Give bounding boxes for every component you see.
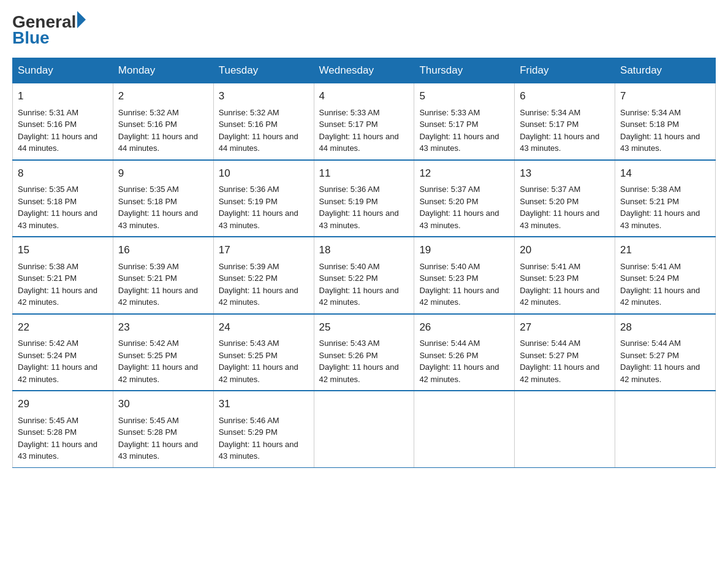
calendar-cell: 27Sunrise: 5:44 AMSunset: 5:27 PMDayligh…: [515, 314, 615, 391]
day-info: Sunrise: 5:44 AMSunset: 5:27 PMDaylight:…: [620, 339, 700, 384]
calendar-cell: 21Sunrise: 5:41 AMSunset: 5:24 PMDayligh…: [615, 237, 716, 314]
day-info: Sunrise: 5:37 AMSunset: 5:20 PMDaylight:…: [520, 185, 599, 230]
day-number: 21: [620, 242, 710, 258]
calendar-cell: 22Sunrise: 5:42 AMSunset: 5:24 PMDayligh…: [13, 314, 113, 391]
calendar-cell: 24Sunrise: 5:43 AMSunset: 5:25 PMDayligh…: [213, 314, 314, 391]
day-info: Sunrise: 5:32 AMSunset: 5:16 PMDaylight:…: [219, 108, 298, 153]
day-number: 30: [118, 396, 208, 412]
day-info: Sunrise: 5:43 AMSunset: 5:25 PMDaylight:…: [219, 339, 298, 384]
calendar-week-row: 29Sunrise: 5:45 AMSunset: 5:28 PMDayligh…: [13, 391, 716, 467]
day-number: 24: [219, 320, 309, 335]
day-number: 1: [18, 88, 108, 104]
day-number: 4: [319, 88, 409, 104]
day-number: 28: [620, 320, 710, 335]
day-number: 22: [18, 320, 108, 335]
day-info: Sunrise: 5:37 AMSunset: 5:20 PMDaylight:…: [419, 185, 499, 230]
day-info: Sunrise: 5:41 AMSunset: 5:24 PMDaylight:…: [620, 262, 700, 307]
calendar-cell: 20Sunrise: 5:41 AMSunset: 5:23 PMDayligh…: [515, 237, 615, 314]
calendar-cell: 5Sunrise: 5:33 AMSunset: 5:17 PMDaylight…: [414, 83, 515, 160]
day-info: Sunrise: 5:36 AMSunset: 5:19 PMDaylight:…: [319, 185, 399, 230]
weekday-header-wednesday: Wednesday: [314, 58, 414, 83]
calendar-week-row: 1Sunrise: 5:31 AMSunset: 5:16 PMDaylight…: [13, 83, 716, 160]
day-number: 29: [18, 396, 108, 412]
calendar-cell: 7Sunrise: 5:34 AMSunset: 5:18 PMDaylight…: [615, 83, 716, 160]
calendar-cell: 25Sunrise: 5:43 AMSunset: 5:26 PMDayligh…: [314, 314, 414, 391]
day-number: 8: [18, 166, 108, 182]
calendar-cell: 23Sunrise: 5:42 AMSunset: 5:25 PMDayligh…: [113, 314, 213, 391]
weekday-header-friday: Friday: [515, 58, 615, 83]
day-number: 7: [620, 88, 710, 104]
day-info: Sunrise: 5:44 AMSunset: 5:27 PMDaylight:…: [520, 339, 599, 384]
calendar-cell: [615, 391, 716, 467]
day-number: 26: [419, 320, 509, 335]
calendar-week-row: 8Sunrise: 5:35 AMSunset: 5:18 PMDaylight…: [13, 160, 716, 237]
day-number: 17: [219, 242, 309, 258]
calendar-cell: 31Sunrise: 5:46 AMSunset: 5:29 PMDayligh…: [213, 391, 314, 467]
calendar-cell: 10Sunrise: 5:36 AMSunset: 5:19 PMDayligh…: [213, 160, 314, 237]
weekday-header-saturday: Saturday: [615, 58, 716, 83]
calendar-header-row: SundayMondayTuesdayWednesdayThursdayFrid…: [13, 58, 716, 83]
day-number: 5: [419, 88, 509, 104]
logo-blue-text: Blue: [12, 29, 86, 47]
day-number: 31: [219, 396, 309, 412]
logo-arrow-icon: [77, 11, 86, 28]
calendar-cell: [414, 391, 515, 467]
calendar-cell: 6Sunrise: 5:34 AMSunset: 5:17 PMDaylight…: [515, 83, 615, 160]
calendar-cell: 4Sunrise: 5:33 AMSunset: 5:17 PMDaylight…: [314, 83, 414, 160]
day-info: Sunrise: 5:39 AMSunset: 5:22 PMDaylight:…: [219, 262, 298, 307]
day-info: Sunrise: 5:36 AMSunset: 5:19 PMDaylight:…: [219, 185, 298, 230]
day-info: Sunrise: 5:46 AMSunset: 5:29 PMDaylight:…: [219, 416, 298, 461]
day-number: 23: [118, 320, 208, 335]
calendar-cell: 18Sunrise: 5:40 AMSunset: 5:22 PMDayligh…: [314, 237, 414, 314]
day-number: 25: [319, 320, 409, 335]
day-info: Sunrise: 5:41 AMSunset: 5:23 PMDaylight:…: [520, 262, 599, 307]
calendar-cell: 1Sunrise: 5:31 AMSunset: 5:16 PMDaylight…: [13, 83, 113, 160]
day-info: Sunrise: 5:40 AMSunset: 5:23 PMDaylight:…: [419, 262, 499, 307]
calendar-week-row: 22Sunrise: 5:42 AMSunset: 5:24 PMDayligh…: [13, 314, 716, 391]
calendar-cell: 11Sunrise: 5:36 AMSunset: 5:19 PMDayligh…: [314, 160, 414, 237]
day-number: 13: [520, 166, 610, 182]
calendar-cell: [515, 391, 615, 467]
calendar-cell: 13Sunrise: 5:37 AMSunset: 5:20 PMDayligh…: [515, 160, 615, 237]
day-number: 6: [520, 88, 610, 104]
calendar-cell: 2Sunrise: 5:32 AMSunset: 5:16 PMDaylight…: [113, 83, 213, 160]
calendar-cell: 17Sunrise: 5:39 AMSunset: 5:22 PMDayligh…: [213, 237, 314, 314]
day-info: Sunrise: 5:35 AMSunset: 5:18 PMDaylight:…: [118, 185, 198, 230]
day-number: 11: [319, 166, 409, 182]
day-info: Sunrise: 5:33 AMSunset: 5:17 PMDaylight:…: [419, 108, 499, 153]
day-info: Sunrise: 5:34 AMSunset: 5:18 PMDaylight:…: [620, 108, 700, 153]
calendar-cell: 16Sunrise: 5:39 AMSunset: 5:21 PMDayligh…: [113, 237, 213, 314]
calendar-cell: 28Sunrise: 5:44 AMSunset: 5:27 PMDayligh…: [615, 314, 716, 391]
calendar-cell: 9Sunrise: 5:35 AMSunset: 5:18 PMDaylight…: [113, 160, 213, 237]
calendar-cell: [314, 391, 414, 467]
weekday-header-monday: Monday: [113, 58, 213, 83]
day-number: 14: [620, 166, 710, 182]
calendar-week-row: 15Sunrise: 5:38 AMSunset: 5:21 PMDayligh…: [13, 237, 716, 314]
calendar-cell: 29Sunrise: 5:45 AMSunset: 5:28 PMDayligh…: [13, 391, 113, 467]
day-number: 2: [118, 88, 208, 104]
day-number: 15: [18, 242, 108, 258]
calendar-cell: 30Sunrise: 5:45 AMSunset: 5:28 PMDayligh…: [113, 391, 213, 467]
day-info: Sunrise: 5:42 AMSunset: 5:24 PMDaylight:…: [18, 339, 97, 384]
page-header: General Blue: [12, 12, 716, 47]
day-info: Sunrise: 5:43 AMSunset: 5:26 PMDaylight:…: [319, 339, 399, 384]
day-info: Sunrise: 5:45 AMSunset: 5:28 PMDaylight:…: [118, 416, 198, 461]
day-info: Sunrise: 5:38 AMSunset: 5:21 PMDaylight:…: [18, 262, 97, 307]
weekday-header-thursday: Thursday: [414, 58, 515, 83]
day-info: Sunrise: 5:33 AMSunset: 5:17 PMDaylight:…: [319, 108, 399, 153]
calendar-cell: 3Sunrise: 5:32 AMSunset: 5:16 PMDaylight…: [213, 83, 314, 160]
day-info: Sunrise: 5:38 AMSunset: 5:21 PMDaylight:…: [620, 185, 700, 230]
day-info: Sunrise: 5:34 AMSunset: 5:17 PMDaylight:…: [520, 108, 599, 153]
calendar-cell: 14Sunrise: 5:38 AMSunset: 5:21 PMDayligh…: [615, 160, 716, 237]
day-number: 19: [419, 242, 509, 258]
calendar-cell: 26Sunrise: 5:44 AMSunset: 5:26 PMDayligh…: [414, 314, 515, 391]
calendar-cell: 19Sunrise: 5:40 AMSunset: 5:23 PMDayligh…: [414, 237, 515, 314]
day-info: Sunrise: 5:32 AMSunset: 5:16 PMDaylight:…: [118, 108, 198, 153]
day-info: Sunrise: 5:42 AMSunset: 5:25 PMDaylight:…: [118, 339, 198, 384]
calendar-table: SundayMondayTuesdayWednesdayThursdayFrid…: [12, 58, 716, 468]
day-number: 3: [219, 88, 309, 104]
day-info: Sunrise: 5:44 AMSunset: 5:26 PMDaylight:…: [419, 339, 499, 384]
day-number: 18: [319, 242, 409, 258]
day-info: Sunrise: 5:39 AMSunset: 5:21 PMDaylight:…: [118, 262, 198, 307]
day-info: Sunrise: 5:40 AMSunset: 5:22 PMDaylight:…: [319, 262, 399, 307]
